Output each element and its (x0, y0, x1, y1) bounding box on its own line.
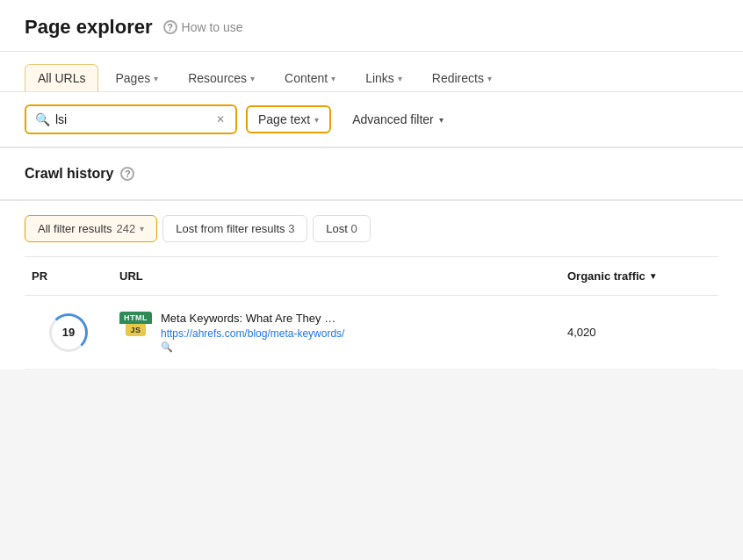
question-icon: ? (163, 20, 177, 34)
search-input[interactable] (55, 112, 209, 126)
advanced-filter-button[interactable]: Advanced filter ▾ (340, 107, 456, 132)
lost-label: Lost (326, 222, 348, 235)
search-icon: 🔍 (35, 112, 50, 126)
chevron-down-icon: ▾ (439, 115, 444, 125)
page-url-link[interactable]: https://ahrefs.com/blog/meta-keywords/ (161, 327, 344, 340)
crawl-history-section: Crawl history ? (0, 148, 743, 200)
tab-resources[interactable]: Resources ▾ (175, 64, 268, 91)
filter-tab-all-label: All filter results (38, 222, 112, 235)
crawl-history-label: Crawl history (25, 166, 113, 182)
pr-cell: 19 (25, 310, 112, 355)
advanced-filter-label: Advanced filter (352, 112, 434, 126)
tab-redirects[interactable]: Redirects ▾ (419, 64, 505, 91)
results-table: PR URL Organic traffic ▼ 19 HTML JS (25, 256, 718, 370)
page-title: Page explorer (25, 16, 153, 39)
table-header: PR URL Organic traffic ▼ (25, 257, 718, 296)
question-icon[interactable]: ? (120, 167, 134, 181)
chevron-down-icon: ▾ (331, 74, 335, 83)
url-info: Meta Keywords: What Are They … https://a… (161, 312, 344, 353)
crawl-history-title: Crawl history ? (25, 166, 718, 182)
search-box[interactable]: 🔍 ✕ (25, 104, 237, 134)
lost-filter-label: Lost from filter results (176, 222, 285, 235)
chevron-down-icon: ▾ (314, 115, 319, 125)
html-tag: HTML (119, 312, 152, 324)
how-to-use-label: How to use (182, 20, 243, 34)
page-text-dropdown[interactable]: Page text ▾ (246, 105, 331, 133)
chevron-down-icon: ▾ (154, 74, 158, 83)
pr-value: 19 (49, 313, 88, 352)
all-filter-count: 242 (117, 222, 136, 235)
tab-all-urls[interactable]: All URLs (25, 64, 98, 91)
traffic-value: 4,020 (560, 322, 718, 342)
tab-pages[interactable]: Pages ▾ (102, 64, 171, 91)
tab-content[interactable]: Content ▾ (271, 64, 349, 91)
table-row: 19 HTML JS Meta Keywords: What Are They … (25, 296, 718, 370)
chevron-down-icon: ▾ (140, 224, 144, 233)
results-section: All filter results 242 ▾ Lost from filte… (0, 201, 743, 370)
filter-tab-lost[interactable]: Lost 0 (313, 215, 370, 242)
how-to-use-link[interactable]: ? How to use (163, 20, 243, 34)
filter-tab-lost-filter[interactable]: Lost from filter results 3 (162, 215, 307, 242)
tabs-bar: All URLs Pages ▾ Resources ▾ Content ▾ L… (0, 52, 743, 92)
filter-tabs: All filter results 242 ▾ Lost from filte… (25, 215, 718, 242)
lost-count: 0 (351, 222, 357, 235)
js-tag: JS (126, 324, 145, 336)
filter-bar: 🔍 ✕ Page text ▾ Advanced filter ▾ (0, 92, 743, 147)
sort-icon: ▼ (649, 271, 658, 281)
filter-tab-all[interactable]: All filter results 242 ▾ (25, 215, 157, 242)
url-cell: HTML JS Meta Keywords: What Are They … h… (112, 308, 560, 356)
file-type-badge: HTML JS (119, 312, 152, 336)
col-traffic[interactable]: Organic traffic ▼ (560, 266, 718, 286)
tab-links[interactable]: Links ▾ (352, 64, 415, 91)
search-url-icon[interactable]: 🔍 (161, 341, 173, 352)
page-name: Meta Keywords: What Are They … (161, 312, 344, 325)
col-url: URL (112, 266, 560, 286)
page-text-label: Page text (258, 112, 310, 126)
lost-filter-count: 3 (288, 222, 294, 235)
col-pr: PR (25, 266, 112, 286)
chevron-down-icon: ▾ (398, 74, 402, 83)
chevron-down-icon: ▾ (250, 74, 255, 83)
chevron-down-icon: ▾ (487, 74, 492, 83)
page-header: Page explorer ? How to use (0, 0, 743, 52)
clear-button[interactable]: ✕ (214, 111, 227, 127)
